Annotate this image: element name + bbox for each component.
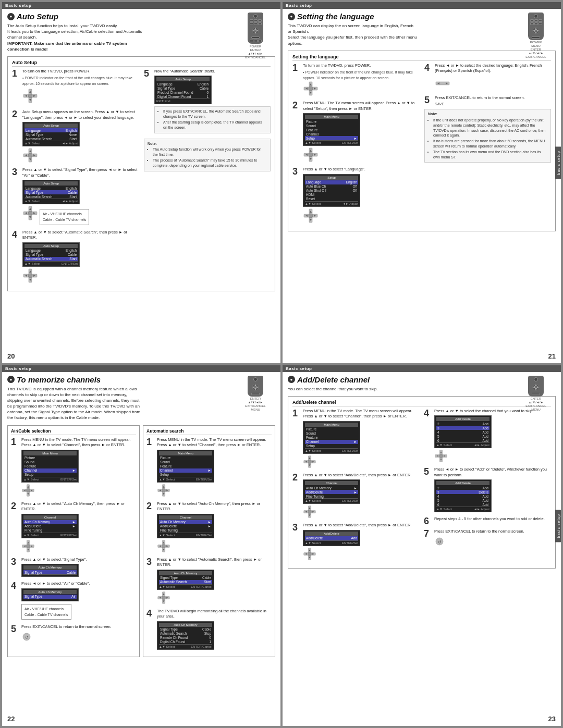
- add-delete-section-box: Add/Delete channel 1 Press MENU in the T…: [288, 396, 556, 569]
- remote-illustration-lang: POWER MENU ENTER ▲/▼/◄/► EXIT/CANCEL: [515, 13, 557, 58]
- svg-point-122: [308, 510, 312, 514]
- step4-screen: Auto Setup LanguageEnglish Signal TypeCa…: [22, 242, 80, 267]
- step-5: 5 Now the "Automatic Search" starts. Aut…: [144, 69, 271, 135]
- svg-point-136: [439, 454, 443, 458]
- header-auto-setup: Basic setup: [2, 2, 280, 9]
- air-step-5: 5 Press EXIT/CANCEL to return to the nor…: [11, 624, 136, 643]
- svg-point-8: [28, 94, 32, 98]
- step2-text: Auto Setup menu appears on the screen. P…: [22, 109, 139, 120]
- step5-text: Now the "Automatic Search" starts.: [154, 69, 271, 75]
- air-step-1: 1 Press MENU in the TV mode. The TV menu…: [11, 437, 136, 498]
- page-number-23: 23: [548, 715, 556, 723]
- svg-point-42: [309, 87, 313, 91]
- svg-point-88: [162, 488, 166, 492]
- lang-step-1: 1 To turn on the TV/DVD, press POWER. PO…: [292, 63, 419, 98]
- lang-step-5: 5 Press EXIT/CANCEL to return to the nor…: [424, 95, 551, 106]
- ad-step-7: 7 Press EXIT/CANCEL to return to the nor…: [424, 529, 551, 548]
- title-icon: ●: [7, 13, 15, 20]
- intro-text-auto-setup: The Auto Setup function helps to install…: [7, 23, 143, 52]
- remote-lang-dirs: ▲/▼/◄/►: [529, 52, 544, 55]
- remote-lang-enter: ENTER: [531, 48, 541, 51]
- air-step-4: 4 Press ◄ or ► to select "Air" or "Cable…: [11, 581, 136, 621]
- note-lang: Note: If the unit does not operate prope…: [424, 109, 551, 163]
- ad-step-6: 6 Repeat steps 4 - 5 for other channels …: [424, 516, 551, 526]
- intro-add-delete: You can select the channel that you want…: [288, 386, 434, 392]
- remote-label-dirs: ▲/▼/◄/►: [248, 52, 263, 55]
- svg-point-129: [308, 552, 312, 556]
- remote-add-delete: ENTER ▲/▼/◄/► EXIT/CANCEL MENU: [515, 376, 557, 411]
- auto-setup-section-box: Auto Setup 1 To turn on the TV/DVD, pres…: [7, 56, 275, 291]
- auto-step-3: 3 Press ▲ or ▼ to select "Automatic Sear…: [146, 557, 272, 606]
- remote-lang-power: POWER: [530, 41, 542, 44]
- step1-text: To turn on the TV/DVD, press POWER.: [22, 69, 139, 75]
- auto-setup-section-title: Auto Setup: [12, 60, 271, 67]
- auto-search-section: Automatic search 1 Press MENU in the TV …: [143, 425, 275, 657]
- svg-point-112: [535, 386, 537, 388]
- side-tab-basic-setup-top: basic setup: [555, 146, 561, 179]
- remote-lang-menu: MENU: [531, 44, 541, 47]
- svg-point-72: [27, 488, 30, 492]
- svg-text:↺: ↺: [438, 540, 442, 545]
- step-4: 4 Press ▲ or ▼ to select "Automatic Sear…: [12, 230, 139, 285]
- air-cable-section: Air/Cable selection 1 Press MENU in the …: [7, 425, 140, 657]
- remote-label-enter: ENTER: [250, 48, 261, 52]
- lang-step2-screen: Main Menu Picture Sound Feature Channel …: [303, 113, 360, 146]
- page-number-22: 22: [7, 715, 15, 723]
- ad-step-2: 2 Press ▲ or ▼ to select "Add/Delete", t…: [292, 473, 420, 520]
- remote-label-power: POWER: [250, 45, 262, 48]
- svg-point-95: [162, 544, 166, 548]
- svg-point-115: [308, 460, 312, 463]
- auto-step-1: 1 Press MENU in the TV mode. The TV menu…: [146, 437, 272, 498]
- step3-screen: Auto Setup LanguageEnglish Signal TypeCa…: [22, 180, 80, 204]
- svg-point-15: [28, 153, 32, 157]
- note-auto-setup: Note: The Auto Setup function will work …: [144, 139, 271, 171]
- lang-step-4: 4 Press ◄ or ► to select the desired lan…: [424, 63, 551, 92]
- svg-point-29: [28, 274, 32, 278]
- setting-lang-section-box: Setting the language 1 To turn on the TV…: [288, 51, 556, 231]
- svg-point-102: [162, 596, 166, 599]
- lang-step-3: 3 Press ▲ or ▼ to select "Language". Set…: [292, 167, 419, 225]
- svg-text:↺: ↺: [25, 635, 29, 640]
- side-tab-basic-setup-bottom: basic setup: [555, 510, 561, 542]
- add-delete-section-title: Add/Delete channel: [292, 400, 551, 406]
- svg-point-5: [254, 30, 256, 32]
- step-3: 3 Press ▲ or ▼ to select "Signal Type", …: [12, 167, 139, 226]
- step1-dpad: [22, 88, 139, 105]
- header-setting-lang: Basic setup: [283, 2, 561, 9]
- ad-step-1: 1 Press MENU in the TV mode. The TV menu…: [292, 409, 420, 470]
- remote-memorize: ENTER ▲/▼/◄/► EXIT/CANCEL MENU: [235, 376, 276, 411]
- remote-illustration-auto: POWER ENTER ▲/▼/◄/► EXIT/CANCEL: [235, 13, 276, 59]
- step5-bullets: If you press EXIT/CANCEL, the Automatic …: [154, 106, 271, 133]
- step-2: 2 Auto Setup menu appears on the screen.…: [12, 109, 139, 164]
- header-memorize: Basic setup: [2, 365, 280, 372]
- svg-point-49: [309, 153, 313, 157]
- step3-text: Press ▲ or ▼ to select "Signal Type", th…: [22, 167, 139, 178]
- page-number-21: 21: [548, 352, 556, 360]
- ad-step-3: 3 Press ▲ or ▼ to select "Add/Delete", t…: [292, 523, 420, 562]
- intro-text-lang: This TV/DVD can display the on screen la…: [288, 23, 418, 46]
- step4-text: Press ▲ or ▼ to select "Automatic Search…: [22, 230, 139, 241]
- step2-screen: Auto Setup LanguageEnglish Signal TypeNo…: [22, 122, 80, 146]
- intro-memorize: This TV/DVD is equipped with a channel m…: [7, 386, 143, 421]
- svg-point-69: [254, 386, 256, 388]
- auto-step-4: 4 The TV/DVD will begin memorizing all t…: [146, 609, 272, 651]
- step1-bullet: POWER indicator on the front of the unit…: [22, 76, 139, 87]
- step5-screen: Auto Setup LanguageEnglish Signal TypeCa…: [154, 76, 212, 104]
- title-icon-memorize: ●: [7, 376, 15, 383]
- remote-label-exit: EXIT/CANCEL: [245, 56, 265, 59]
- air-step-3: 3 Press ▲ or ▼ to select "Signal Type". …: [11, 557, 136, 578]
- page-number-20: 20: [7, 352, 15, 360]
- svg-point-39: [535, 30, 537, 32]
- ad-step-5: 5 Press ◄ or ► to select "Add" or "Delet…: [424, 467, 551, 513]
- air-step-2: 2 Press ▲ or ▼ to select "Auto Ch Memory…: [11, 501, 136, 554]
- header-add-delete: Basic setup: [283, 365, 561, 372]
- svg-point-56: [309, 214, 313, 218]
- lang-step3-screen: Setup LanguageEnglish Auto Blue ChOff Au…: [303, 174, 360, 207]
- setting-lang-title: Setting the language: [292, 54, 551, 61]
- svg-point-22: [28, 211, 32, 215]
- lang-step-2: 2 Press MENU. The TV menu screen will ap…: [292, 101, 419, 164]
- title-icon-add-delete: ●: [288, 376, 295, 383]
- remote-lang-exit: EXIT/CANCEL: [525, 55, 546, 58]
- step-1: 1 To turn on the TV/DVD, press POWER. PO…: [12, 69, 139, 107]
- legend-air-cable: Air - VHF/UHF channels Cable - Cable TV …: [40, 209, 90, 225]
